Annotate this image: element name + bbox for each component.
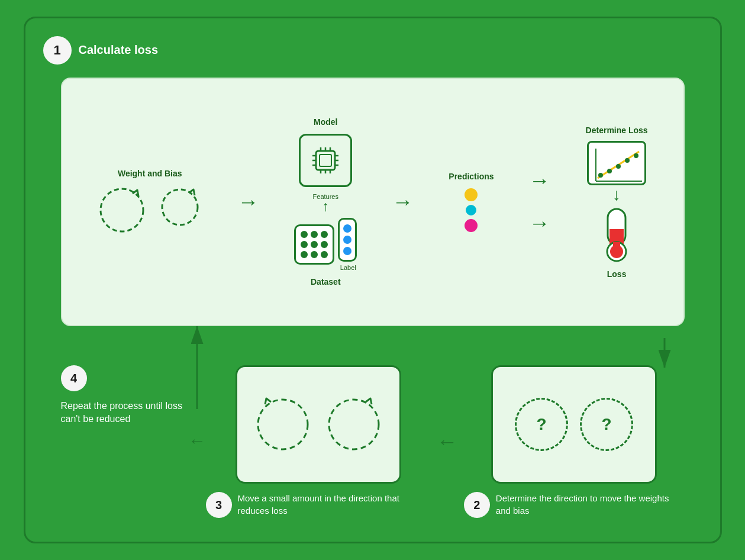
step2-badge: 2 [464, 492, 490, 518]
label-text: Label [340, 264, 356, 271]
svg-rect-2 [316, 151, 335, 170]
model-dataset-group: Model [294, 117, 357, 287]
dataset-label: Dataset [311, 277, 341, 287]
step2-text: Determine the direction to move the weig… [496, 492, 685, 517]
thermometer-container [596, 204, 637, 266]
question-circle-2: ? [580, 398, 633, 451]
svg-point-23 [634, 153, 638, 158]
dataset-grid [294, 224, 334, 265]
step3-area: 3 Move a small amount in the direction t… [206, 365, 431, 518]
loss-word: Loss [607, 269, 627, 279]
step3-text: Move a small amount in the direction tha… [238, 492, 431, 517]
step2-label: 2 Determine the direction to move the we… [464, 492, 685, 518]
double-arrow-group: → → [529, 168, 550, 236]
weight-circle-1 [97, 185, 147, 236]
main-container: 1 Calculate loss Weight and Bias [24, 17, 722, 543]
dot-cyan [466, 205, 476, 215]
svg-rect-3 [320, 155, 331, 166]
arrow-dataset-to-model: ↓ [322, 201, 329, 215]
step3-circle-2 [324, 395, 383, 454]
step4-badge: 4 [61, 365, 87, 391]
up-arrow-repeat: ↑ [191, 432, 200, 452]
question-circle-1: ? [515, 398, 568, 451]
svg-point-31 [329, 400, 379, 449]
arrow-model-to-predictions: → [392, 189, 414, 214]
weight-bias-circles [97, 185, 202, 236]
step3-circle-1 [253, 395, 312, 454]
prediction-dots [465, 188, 478, 232]
arrow-wb-to-model: → [238, 189, 259, 214]
step3-label: 3 Move a small amount in the direction t… [206, 492, 431, 518]
svg-point-1 [162, 189, 198, 225]
step2-box: ? ? [491, 365, 657, 484]
weight-bias-section: Weight and Bias [97, 169, 202, 236]
arrow-step2-to-step3: ← [437, 429, 458, 454]
model-label: Model [314, 117, 337, 127]
chart-svg [589, 143, 646, 185]
predictions-label: Predictions [449, 172, 494, 181]
step2-circles: ? ? [515, 398, 633, 451]
dot-yellow [465, 188, 478, 201]
chart-icon [587, 141, 646, 185]
svg-point-21 [616, 164, 621, 169]
arrow-chart-to-loss: ↓ [612, 185, 621, 204]
svg-point-19 [598, 173, 603, 178]
features-arrow-group: Features ↓ [294, 193, 357, 287]
step3-badge: 3 [206, 492, 232, 518]
cpu-icon [308, 143, 343, 178]
weight-bias-label: Weight and Bias [118, 169, 182, 178]
step1-label: Calculate loss [79, 43, 159, 57]
step1-badge: 1 [43, 36, 72, 65]
label-column [338, 218, 357, 262]
dataset-group: Label [294, 218, 357, 271]
predictions-section: Predictions [449, 172, 494, 232]
svg-rect-29 [613, 242, 620, 253]
step4-area: 4 Repeat the process until loss can't be… [61, 365, 191, 426]
svg-rect-26 [609, 229, 624, 231]
model-icon [299, 134, 352, 187]
step3-box [236, 365, 401, 484]
step2-area: ? ? 2 Determine the direction to move th… [464, 365, 685, 518]
svg-point-22 [625, 158, 630, 163]
step3-circles [253, 395, 383, 454]
arrow-predictions-to-loss-2: → [529, 211, 550, 236]
step4-text: Repeat the process until loss can't be r… [61, 400, 191, 426]
main-diagram-box: Weight and Bias → [61, 78, 685, 326]
weight-circle-2 [158, 185, 202, 230]
svg-point-20 [607, 169, 612, 173]
features-label: Features [313, 193, 338, 200]
determine-loss-label: Determine Loss [586, 125, 648, 135]
svg-point-0 [101, 189, 143, 231]
determine-loss-section: Determine Loss [586, 125, 648, 279]
svg-point-30 [258, 400, 308, 449]
bottom-section: 4 Repeat the process until loss can't be… [61, 365, 685, 518]
thermometer-svg [596, 204, 637, 263]
arrow-predictions-to-loss-1: → [529, 168, 550, 193]
dot-pink [465, 219, 478, 232]
